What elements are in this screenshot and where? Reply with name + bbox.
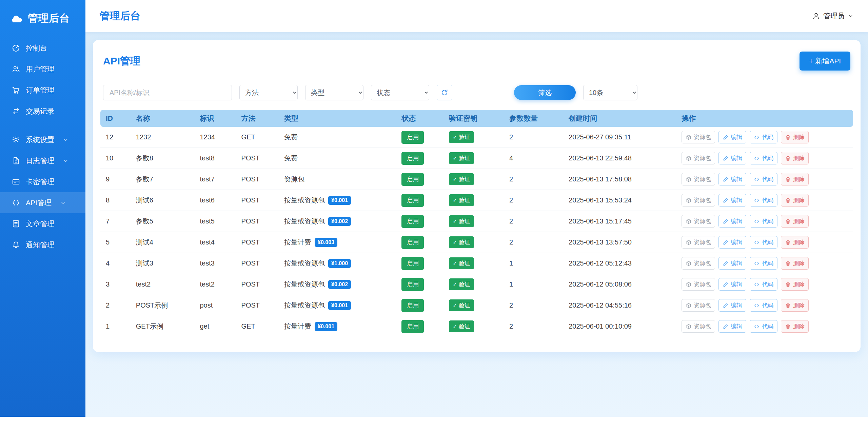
cell-name: 测试6 [131, 190, 195, 211]
trash-icon [785, 239, 791, 246]
user-menu[interactable]: 管理员 [812, 11, 854, 21]
col-id: ID [100, 110, 131, 127]
sidebar-item-card-keys[interactable]: 卡密管理 [0, 171, 85, 192]
sidebar-item-api[interactable]: API管理 [0, 192, 85, 213]
row-actions: 资源包 编辑 代码 删除 [682, 131, 848, 143]
delete-button[interactable]: 删除 [781, 236, 809, 249]
resource-pack-button[interactable]: 资源包 [682, 299, 715, 312]
edit-button[interactable]: 编辑 [718, 278, 746, 291]
sidebar-item-console[interactable]: 控制台 [0, 38, 85, 59]
verify-badge-label: 验证 [459, 133, 470, 141]
filter-button[interactable]: 筛选 [514, 85, 576, 100]
edit-button[interactable]: 编辑 [718, 173, 746, 185]
code-button[interactable]: 代码 [750, 131, 777, 143]
cell-param-count: 2 [504, 211, 563, 232]
resource-pack-button[interactable]: 资源包 [682, 131, 715, 143]
code-button[interactable]: 代码 [750, 278, 777, 291]
edit-label: 编辑 [731, 217, 742, 225]
code-icon [754, 155, 760, 161]
cell-created-at: 2025-06-12 05:08:06 [563, 274, 676, 295]
edit-button[interactable]: 编辑 [718, 152, 746, 164]
sidebar-item-label: 用户管理 [26, 64, 54, 74]
add-api-button[interactable]: + 新增API [800, 52, 850, 71]
delete-button[interactable]: 删除 [781, 320, 809, 333]
code-button[interactable]: 代码 [750, 299, 777, 312]
sidebar-item-orders[interactable]: 订单管理 [0, 80, 85, 101]
edit-button[interactable]: 编辑 [718, 236, 746, 249]
status-select[interactable]: 状态 [371, 85, 429, 100]
resource-pack-button[interactable]: 资源包 [682, 320, 715, 333]
code-button[interactable]: 代码 [750, 215, 777, 228]
cell-type: 免费 [279, 148, 396, 169]
sidebar-item-users[interactable]: 用户管理 [0, 59, 85, 80]
edit-button[interactable]: 编辑 [718, 215, 746, 228]
page-title: API管理 [103, 54, 140, 68]
resource-pack-button[interactable]: 资源包 [682, 215, 715, 228]
delete-label: 删除 [793, 175, 805, 183]
cell-status: 启用 [396, 148, 443, 169]
price-badge: ¥0.001 [328, 196, 351, 205]
delete-button[interactable]: 删除 [781, 299, 809, 312]
code-button[interactable]: 代码 [750, 236, 777, 249]
sidebar-item-notifications[interactable]: 通知管理 [0, 234, 85, 255]
page-size-select[interactable]: 10条 [583, 85, 637, 100]
cell-name: 1232 [131, 127, 195, 148]
row-actions: 资源包 编辑 代码 删除 [682, 257, 848, 270]
edit-icon [723, 302, 729, 309]
resource-pack-button[interactable]: 资源包 [682, 257, 715, 270]
sidebar-item-logs[interactable]: 日志管理 [0, 150, 85, 171]
delete-button[interactable]: 删除 [781, 152, 809, 164]
package-icon [686, 197, 692, 203]
edit-button[interactable]: 编辑 [718, 131, 746, 143]
resource-pack-button[interactable]: 资源包 [682, 194, 715, 207]
edit-icon [723, 155, 729, 161]
verify-badge: ✓验证 [449, 320, 474, 332]
method-select[interactable]: 方法 [239, 85, 298, 100]
delete-button[interactable]: 删除 [781, 194, 809, 207]
code-button[interactable]: 代码 [750, 320, 777, 333]
cell-method: POST [236, 274, 279, 295]
cell-status: 启用 [396, 211, 443, 232]
cell-method: POST [236, 169, 279, 190]
sidebar-item-transactions[interactable]: 交易记录 [0, 101, 85, 122]
delete-button[interactable]: 删除 [781, 257, 809, 270]
page-header-title: 管理后台 [100, 9, 140, 23]
verify-badge: ✓验证 [449, 152, 474, 164]
status-badge: 启用 [401, 152, 424, 165]
edit-button[interactable]: 编辑 [718, 320, 746, 333]
edit-button[interactable]: 编辑 [718, 299, 746, 312]
resource-pack-button[interactable]: 资源包 [682, 152, 715, 164]
search-input[interactable] [103, 85, 232, 100]
code-button[interactable]: 代码 [750, 194, 777, 207]
verify-badge: ✓验证 [449, 194, 474, 206]
check-icon: ✓ [453, 156, 457, 161]
code-button[interactable]: 代码 [750, 173, 777, 185]
sidebar-item-label: 文章管理 [26, 219, 54, 229]
trash-icon [785, 155, 791, 161]
delete-button[interactable]: 删除 [781, 215, 809, 228]
col-type: 类型 [279, 110, 396, 127]
verify-badge: ✓验证 [449, 236, 474, 248]
refresh-button[interactable] [437, 85, 452, 100]
code-button[interactable]: 代码 [750, 257, 777, 270]
sidebar-item-system-settings[interactable]: 系统设置 [0, 129, 85, 150]
cell-verify: ✓验证 [443, 316, 504, 337]
cell-type: 免费 [279, 127, 396, 148]
resource-pack-button[interactable]: 资源包 [682, 236, 715, 249]
resource-pack-button[interactable]: 资源包 [682, 173, 715, 185]
type-select[interactable]: 类型 [305, 85, 363, 100]
resource-pack-button[interactable]: 资源包 [682, 278, 715, 291]
delete-button[interactable]: 删除 [781, 278, 809, 291]
cell-verify: ✓验证 [443, 127, 504, 148]
delete-button[interactable]: 删除 [781, 131, 809, 143]
code-label: 代码 [762, 133, 773, 141]
cell-status: 启用 [396, 274, 443, 295]
code-button[interactable]: 代码 [750, 152, 777, 164]
cell-slug: test6 [194, 190, 236, 211]
sidebar-item-articles[interactable]: 文章管理 [0, 213, 85, 234]
sidebar-item-label: 订单管理 [26, 85, 54, 95]
delete-button[interactable]: 删除 [781, 173, 809, 185]
edit-label: 编辑 [731, 301, 742, 309]
edit-button[interactable]: 编辑 [718, 194, 746, 207]
edit-button[interactable]: 编辑 [718, 257, 746, 270]
